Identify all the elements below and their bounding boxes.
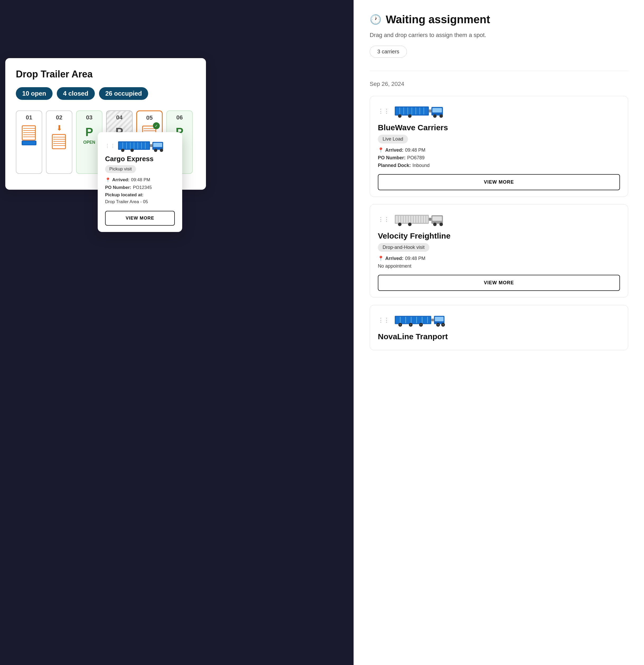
slot-number-03: 03 <box>86 114 93 121</box>
check-icon-05: ✓ <box>153 122 160 129</box>
carrier-top-velocity: ⋮⋮ <box>378 212 620 227</box>
carrier-card-velocity: ⋮⋮ <box>370 204 628 298</box>
svg-rect-90 <box>395 317 430 323</box>
arrow-down-icon-02: ⬇ <box>56 124 62 132</box>
truck-icon-01 <box>21 124 38 148</box>
drag-dots-icon: ⋮⋮ <box>105 143 116 149</box>
svg-rect-84 <box>432 216 442 221</box>
novaline-carrier-name: NovaLine Tranport <box>378 332 620 341</box>
svg-point-86 <box>408 223 411 226</box>
carrier-top-bluewave: ⋮⋮ <box>378 104 620 118</box>
truck-icon-02 <box>51 132 67 153</box>
open-badge: 10 open <box>16 87 53 100</box>
drag-handle-velocity[interactable]: ⋮⋮ <box>378 216 389 223</box>
slot-number-04: 04 <box>116 114 122 121</box>
bluewave-truck-svg <box>395 104 445 118</box>
velocity-carrier-name: Velocity Freightline <box>378 231 620 241</box>
slot-label-03: OPEN <box>83 140 95 145</box>
svg-point-65 <box>408 114 411 118</box>
tooltip-arrived-row: 📍 Arrived: 09:48 PM <box>105 177 175 183</box>
slot-number-05: 05 <box>146 114 153 121</box>
svg-point-49 <box>131 149 134 152</box>
tooltip-location-row: Pickup located at: Drop Trailer Area - 0… <box>105 192 175 205</box>
svg-rect-97 <box>431 319 434 321</box>
svg-point-87 <box>433 223 436 226</box>
slot-number-06: 06 <box>176 114 183 121</box>
bluewave-view-more-button[interactable]: VIEW MORE <box>378 174 620 190</box>
bluewave-po-row: PO Number: PO6789 <box>378 155 620 160</box>
bluewave-arrived-row: 📍 Arrived: 09:48 PM <box>378 147 620 153</box>
svg-point-64 <box>398 114 401 118</box>
carriers-count-badge: 3 carriers <box>370 46 407 58</box>
svg-rect-63 <box>432 108 442 113</box>
novaline-truck-svg <box>395 313 445 327</box>
svg-point-50 <box>154 149 157 152</box>
pin-icon-bluewave: 📍 <box>378 147 384 153</box>
dock-slot-01[interactable]: 01 <box>16 110 42 174</box>
slot-number-01: 01 <box>26 114 32 121</box>
velocity-arrived-row: 📍 Arrived: 09:48 PM <box>378 255 620 261</box>
svg-point-85 <box>398 223 401 226</box>
tooltip-view-more-button[interactable]: VIEW MORE <box>105 211 175 226</box>
clock-waiting-icon: 🕐 <box>370 14 382 25</box>
velocity-no-appt-row: No appointment <box>378 263 620 269</box>
occupied-badge: 26 occupied <box>99 87 149 100</box>
right-panel: 🕐 Waiting assignment Drag and drop carri… <box>354 0 644 665</box>
slot-number-02: 02 <box>56 114 62 121</box>
parking-icon-03: P <box>85 126 93 138</box>
tooltip-po-row: PO Number: PO12345 <box>105 185 175 190</box>
svg-point-109 <box>442 324 444 326</box>
closed-badge: 4 closed <box>57 87 95 100</box>
svg-rect-7 <box>23 141 35 145</box>
cargo-express-tooltip: ⋮⋮ Cargo Express Pickup visit <box>98 132 182 232</box>
svg-point-66 <box>433 114 436 118</box>
svg-point-67 <box>440 114 443 118</box>
carrier-top-novaline: ⋮⋮ <box>378 313 620 327</box>
pin-icon-velocity: 📍 <box>378 255 384 261</box>
svg-rect-45 <box>150 144 152 147</box>
svg-point-107 <box>437 324 439 326</box>
carrier-card-novaline: ⋮⋮ <box>370 305 628 350</box>
bluewave-carrier-name: BlueWave Carriers <box>378 123 620 132</box>
drag-handle-bluewave[interactable]: ⋮⋮ <box>378 108 389 115</box>
svg-rect-99 <box>435 317 444 321</box>
dock-slot-02[interactable]: 02 ⬇ <box>46 110 72 174</box>
waiting-title: Waiting assignment <box>386 13 490 26</box>
svg-point-48 <box>121 149 124 152</box>
location-pin-icon: 📍 <box>105 177 111 183</box>
velocity-visit-type: Drop-and-Hook visit <box>378 243 429 252</box>
svg-point-51 <box>160 149 163 152</box>
svg-point-88 <box>440 223 443 226</box>
svg-rect-61 <box>429 109 431 112</box>
tooltip-visit-type: Pickup visit <box>105 165 136 173</box>
carrier-card-bluewave: ⋮⋮ BlueWave Carriers L <box>370 96 628 197</box>
svg-rect-47 <box>153 143 162 147</box>
tooltip-truck-svg <box>118 139 165 152</box>
dock-badges: 10 open 4 closed 26 occupied <box>16 87 195 100</box>
svg-point-105 <box>420 324 422 326</box>
drag-handle-novaline[interactable]: ⋮⋮ <box>378 317 389 324</box>
svg-point-103 <box>410 324 412 326</box>
tooltip-carrier-name: Cargo Express <box>105 155 175 163</box>
svg-point-101 <box>399 324 401 326</box>
waiting-description: Drag and drop carriers to assign them a … <box>370 31 628 39</box>
velocity-view-more-button[interactable]: VIEW MORE <box>378 275 620 291</box>
velocity-truck-svg <box>395 212 445 227</box>
waiting-header: 🕐 Waiting assignment <box>370 13 628 26</box>
svg-rect-69 <box>396 216 428 223</box>
dock-area-title: Drop Trailer Area <box>16 69 195 80</box>
bluewave-dock-row: Planned Dock: Inbound <box>378 163 620 168</box>
svg-rect-82 <box>429 218 431 221</box>
bluewave-visit-type: Live Load <box>378 135 408 144</box>
tooltip-drag-handle[interactable]: ⋮⋮ <box>105 139 175 152</box>
date-label: Sep 26, 2024 <box>370 81 628 88</box>
